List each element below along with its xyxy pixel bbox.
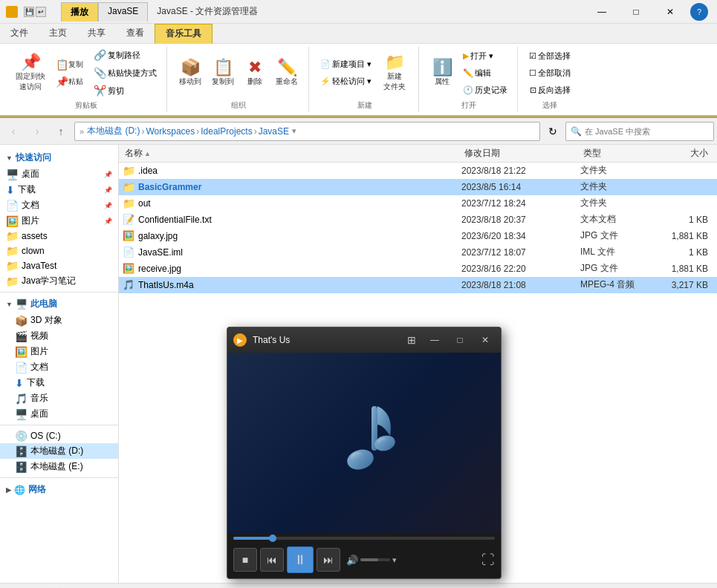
mp-play-btn[interactable]: ⏸ (287, 546, 314, 573)
col-header-size[interactable]: 大小 (655, 145, 714, 162)
search-box[interactable]: 🔍 (565, 122, 714, 141)
pics-icon: 🖼️ (15, 346, 27, 358)
table-row[interactable]: 📄 JavaSE.iml 2023/7/12 18:07 IML 文件 1 KB (119, 244, 717, 261)
properties-btn[interactable]: ℹ️ 属性 (426, 57, 458, 89)
table-row[interactable]: 📁 BasicGrammer 2023/8/5 16:14 文件夹 (119, 179, 717, 195)
mp-next-btn[interactable]: ⏭ (317, 548, 340, 572)
sidebar-item-javatest[interactable]: 📁 JavaTest (0, 258, 118, 273)
copy-to-btn[interactable]: 📋 复制到 (207, 57, 239, 89)
refresh-btn[interactable]: ↻ (543, 122, 562, 141)
sidebar-item-clown[interactable]: 📁 clown (0, 244, 118, 258)
copy-btn[interactable]: 📋 复制 (52, 56, 87, 72)
close-btn[interactable]: ✕ (653, 0, 687, 24)
up-btn[interactable]: ↑ (51, 122, 71, 141)
new-item-btn[interactable]: 📄 新建项目 ▾ (317, 56, 375, 72)
sidebar-item-pictures[interactable]: 🖼️ 图片 📌 (0, 213, 118, 229)
new-folder-btn[interactable]: 📁 新建文件夹 (377, 52, 412, 94)
select-all-btn[interactable]: ☑ 全部选择 (525, 48, 574, 64)
quick-save-btn[interactable]: 💾 (24, 7, 34, 17)
sidebar-item-download[interactable]: ⬇ 下载 📌 (0, 182, 118, 197)
tab-javase[interactable]: JavaSE (98, 2, 148, 22)
tab-playback[interactable]: 播放 (61, 2, 98, 22)
file-type: 文本文档 (580, 213, 655, 226)
mp-stop-btn[interactable]: ■ (233, 548, 257, 572)
mp-volume-bar[interactable] (360, 558, 390, 561)
path-part-javase[interactable]: JavaSE (259, 126, 289, 137)
deselect-all-btn[interactable]: ☐ 全部取消 (525, 65, 574, 81)
mp-prev-btn[interactable]: ⏮ (260, 548, 284, 572)
paste-btn[interactable]: 📌 粘贴 (52, 74, 87, 89)
delete-btn[interactable]: ✖ 删除 (240, 57, 270, 89)
address-path[interactable]: » 本地磁盘 (D:) › Workspaces › IdealProjects… (74, 122, 540, 141)
pin-indicator: 📌 (104, 171, 112, 178)
clown-label: clown (22, 246, 45, 256)
col-header-type[interactable]: 类型 (580, 145, 655, 162)
ribbon-tab-music[interactable]: 音乐工具 (155, 24, 212, 44)
pin-quick-access-btn[interactable]: 📌 固定到快速访问 (12, 52, 49, 94)
sidebar-item-3d[interactable]: 📦 3D 对象 (0, 313, 118, 328)
sidebar-item-e[interactable]: 🗄️ 本地磁盘 (E:) (0, 459, 118, 474)
open-btn[interactable]: ▶ 打开 ▾ (459, 48, 511, 64)
col-header-date[interactable]: 修改日期 (461, 145, 580, 162)
mp-progress-bar[interactable] (233, 537, 495, 540)
invert-select-btn[interactable]: ⊡ 反向选择 (526, 82, 574, 98)
history-btn[interactable]: 🕐 历史记录 (459, 82, 511, 98)
copy-path-btn[interactable]: 🔗 复制路径 (90, 47, 160, 63)
sidebar-item-c[interactable]: 💿 OS (C:) (0, 428, 118, 443)
javatest-icon: 📁 (6, 260, 19, 272)
sidebar-item-desktop[interactable]: 🖥️ 桌面 📌 (0, 166, 118, 182)
sidebar-item-docs[interactable]: 📄 文档 📌 (0, 197, 118, 213)
maximize-btn[interactable]: □ (619, 0, 653, 24)
sidebar-item-video[interactable]: 🎬 视频 (0, 328, 118, 344)
path-part-idealprojects[interactable]: IdealProjects (201, 126, 252, 137)
title-bar-left: 💾 ↩ 播放 JavaSE (6, 2, 148, 22)
table-row[interactable]: 🖼️ receive.jpg 2023/8/16 22:20 JPG 文件 1,… (119, 261, 717, 277)
sidebar-item-documents[interactable]: 📄 文档 (0, 359, 118, 375)
help-btn[interactable]: ? (690, 3, 708, 21)
minimize-btn[interactable]: — (585, 0, 619, 24)
table-row[interactable]: 📝 ConfidentialFile.txt 2023/8/18 20:37 文… (119, 212, 717, 228)
mp-maximize-btn[interactable]: □ (450, 332, 470, 348)
col-header-name[interactable]: 名称 ▲ (122, 145, 461, 162)
path-part-drive[interactable]: 本地磁盘 (D:) (87, 125, 140, 137)
mp-progress-area[interactable] (227, 534, 501, 541)
properties-icon: ℹ️ (432, 59, 452, 76)
path-dropdown-arrow[interactable]: ▾ (292, 126, 296, 136)
mp-grid-btn[interactable]: ⊞ (407, 334, 416, 346)
network-header[interactable]: ▶ 🌐 网络 (0, 481, 118, 498)
rename-btn[interactable]: ✏️ 重命名 (271, 57, 302, 89)
search-input[interactable] (585, 127, 709, 136)
ribbon-tab-view[interactable]: 查看 (116, 24, 155, 43)
table-row[interactable]: 🎵 ThatIsUs.m4a 2023/8/18 21:08 MPEG-4 音频… (119, 277, 717, 293)
sidebar-item-assets[interactable]: 📁 assets (0, 229, 118, 244)
sidebar-item-d[interactable]: 🗄️ 本地磁盘 (D:) (0, 443, 118, 459)
easy-access-btn[interactable]: ⚡ 轻松访问 ▾ (317, 74, 375, 89)
edit-btn[interactable]: ✏️ 编辑 (459, 65, 511, 81)
forward-btn[interactable]: › (27, 122, 48, 141)
ribbon-tab-file[interactable]: 文件 (0, 24, 39, 43)
mp-minimize-btn[interactable]: — (425, 332, 444, 348)
sidebar-item-pics[interactable]: 🖼️ 图片 (0, 344, 118, 359)
invert-select-label: 反向选择 (538, 85, 571, 96)
table-row[interactable]: 🖼️ galaxy.jpg 2023/6/20 18:34 JPG 文件 1,8… (119, 228, 717, 244)
sidebar-item-javanotes[interactable]: 📁 Java学习笔记 (0, 273, 118, 289)
paste-shortcut-btn[interactable]: 📎 粘贴快捷方式 (90, 65, 160, 81)
quick-access-header[interactable]: ▼ 快速访问 (0, 149, 118, 166)
cut-btn[interactable]: ✂️ 剪切 (90, 82, 160, 99)
path-part-workspaces[interactable]: Workspaces (146, 126, 195, 137)
mp-volume-icon[interactable]: 🔊 (346, 555, 358, 566)
mp-close-btn[interactable]: ✕ (476, 332, 495, 348)
mp-vol-dropdown[interactable]: ▾ (392, 555, 397, 565)
mp-expand-btn[interactable]: ⛶ (481, 552, 495, 568)
back-btn[interactable]: ‹ (3, 122, 24, 141)
table-row[interactable]: 📁 .idea 2023/8/18 21:22 文件夹 (119, 163, 717, 179)
sidebar-item-downloads[interactable]: ⬇ 下载 (0, 375, 118, 391)
move-to-btn[interactable]: 📦 移动到 (175, 57, 206, 89)
sidebar-item-music[interactable]: 🎵 音乐 (0, 391, 118, 406)
sidebar-item-desktop2[interactable]: 🖥️ 桌面 (0, 406, 118, 422)
quick-undo-btn[interactable]: ↩ (36, 7, 46, 17)
this-pc-header[interactable]: ▼ 🖥️ 此电脑 (0, 295, 118, 313)
table-row[interactable]: 📁 out 2023/7/12 18:24 文件夹 (119, 195, 717, 212)
ribbon-tab-home[interactable]: 主页 (39, 24, 77, 43)
ribbon-tab-share[interactable]: 共享 (77, 24, 116, 43)
